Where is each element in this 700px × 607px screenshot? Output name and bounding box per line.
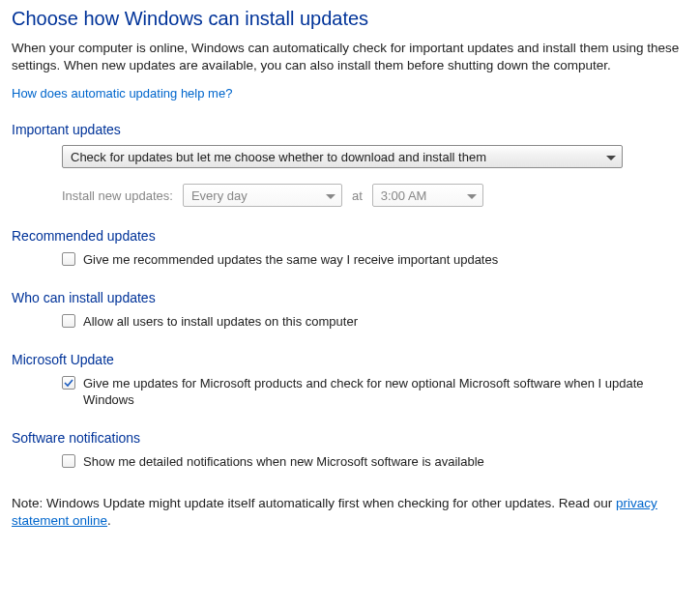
who-checkbox-row: Allow all users to install updates on th…: [62, 313, 688, 331]
footer-note: Note: Windows Update might update itself…: [12, 495, 688, 530]
chevron-down-icon: [467, 188, 477, 203]
who-checkbox[interactable]: [62, 314, 75, 328]
section-title-who: Who can install updates: [12, 290, 688, 305]
software-notifications-checkbox-label: Show me detailed notifications when new …: [83, 453, 688, 471]
microsoft-checkbox-label: Give me updates for Microsoft products a…: [83, 375, 688, 409]
page-title: Choose how Windows can install updates: [12, 8, 688, 30]
section-important-updates: Important updates Check for updates but …: [12, 122, 688, 207]
microsoft-checkbox[interactable]: [62, 376, 75, 390]
section-recommended-updates: Recommended updates Give me recommended …: [12, 228, 688, 269]
microsoft-checkbox-row: Give me updates for Microsoft products a…: [62, 375, 688, 409]
section-microsoft-update: Microsoft Update Give me updates for Mic…: [12, 352, 688, 409]
footer-note-prefix: Note: Windows Update might update itself…: [12, 496, 616, 510]
section-who-can-install: Who can install updates Allow all users …: [12, 290, 688, 331]
recommended-checkbox-row: Give me recommended updates the same way…: [62, 251, 688, 269]
who-checkbox-label: Allow all users to install updates on th…: [83, 313, 688, 331]
section-title-software-notifications: Software notifications: [12, 430, 688, 446]
section-title-important: Important updates: [12, 122, 688, 137]
software-notifications-checkbox[interactable]: [62, 454, 75, 468]
update-mode-label: Check for updates but let me choose whet…: [71, 150, 486, 164]
intro-text: When your computer is online, Windows ca…: [12, 40, 688, 74]
section-title-recommended: Recommended updates: [12, 228, 688, 244]
footer-note-suffix: .: [107, 513, 111, 528]
schedule-time-label: 3:00 AM: [381, 188, 427, 203]
help-link[interactable]: How does automatic updating help me?: [12, 86, 232, 101]
recommended-checkbox-label: Give me recommended updates the same way…: [83, 251, 688, 269]
chevron-down-icon: [606, 150, 616, 164]
schedule-at-label: at: [352, 188, 363, 203]
schedule-frequency-dropdown[interactable]: Every day: [183, 184, 342, 207]
schedule-frequency-label: Every day: [191, 188, 248, 203]
schedule-time-dropdown[interactable]: 3:00 AM: [372, 184, 483, 207]
section-title-microsoft: Microsoft Update: [12, 352, 688, 367]
section-software-notifications: Software notifications Show me detailed …: [12, 430, 688, 471]
recommended-checkbox[interactable]: [62, 252, 75, 266]
schedule-label: Install new updates:: [62, 188, 173, 203]
chevron-down-icon: [326, 188, 335, 203]
update-mode-dropdown[interactable]: Check for updates but let me choose whet…: [62, 145, 623, 168]
software-notifications-checkbox-row: Show me detailed notifications when new …: [62, 453, 688, 471]
schedule-row: Install new updates: Every day at 3:00 A…: [62, 184, 688, 207]
